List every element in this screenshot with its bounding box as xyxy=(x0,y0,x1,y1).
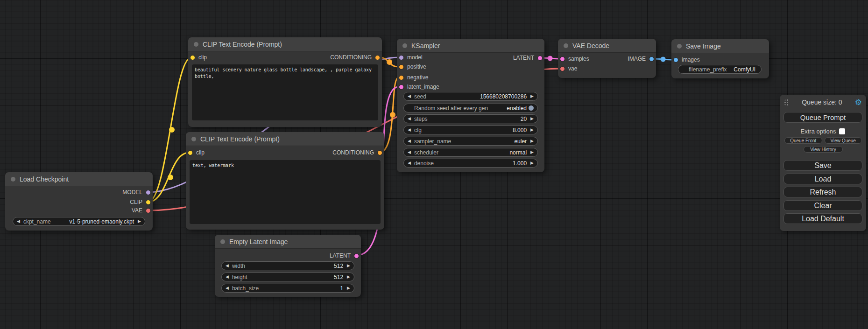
load-button[interactable]: Load xyxy=(783,174,862,184)
decrement-arrow-icon[interactable]: ◀ xyxy=(226,286,229,290)
port-dot-vae[interactable] xyxy=(146,208,151,213)
output-port-latent[interactable]: LATENT xyxy=(513,53,543,63)
input-port-images[interactable]: images xyxy=(673,55,700,64)
node-title-bar[interactable]: Load Checkpoint xyxy=(5,172,153,186)
decrement-arrow-icon[interactable]: ◀ xyxy=(408,150,411,154)
queue-control-panel[interactable]: Queue size: 0 ⚙ Queue Prompt Extra optio… xyxy=(780,95,866,231)
port-dot-latent[interactable] xyxy=(560,56,565,62)
toggle-knob-icon[interactable] xyxy=(529,105,534,111)
port-dot-latent[interactable] xyxy=(354,253,359,259)
output-port-image[interactable]: IMAGE xyxy=(628,54,654,63)
input-port-latent-image[interactable]: latent_image xyxy=(399,82,439,91)
widget-steps[interactable]: ◀ steps 20 ▶ xyxy=(403,114,538,123)
node-title-bar[interactable]: VAE Decode xyxy=(558,39,656,53)
node-title-bar[interactable]: CLIP Text Encode (Prompt) xyxy=(186,132,384,146)
port-dot-clip[interactable] xyxy=(190,55,195,60)
view-history-button[interactable]: View History xyxy=(804,146,843,153)
widget-denoise[interactable]: ◀ denoise 1.000 ▶ xyxy=(403,159,538,168)
decrement-arrow-icon[interactable]: ◀ xyxy=(226,275,229,279)
port-dot-conditioning[interactable] xyxy=(399,64,404,70)
view-queue-button[interactable]: View Queue xyxy=(825,137,862,144)
widget-scheduler[interactable]: ◀ scheduler normal ▶ xyxy=(403,148,538,157)
node-empty-latent-image[interactable]: Empty Latent Image LATENT ◀ width 512 ▶ … xyxy=(215,235,361,297)
decrement-arrow-icon[interactable]: ◀ xyxy=(408,117,411,121)
collapse-dot-icon[interactable] xyxy=(677,44,682,49)
widget-cfg[interactable]: ◀ cfg 8.000 ▶ xyxy=(403,126,538,134)
increment-arrow-icon[interactable]: ▶ xyxy=(530,150,534,154)
output-port-latent[interactable]: LATENT xyxy=(330,251,359,260)
increment-arrow-icon[interactable]: ▶ xyxy=(138,219,141,224)
prompt-textarea[interactable]: beautiful scenery nature glass bottle la… xyxy=(192,64,378,120)
port-dot-vae[interactable] xyxy=(560,66,565,71)
node-clip-text-encode-negative[interactable]: CLIP Text Encode (Prompt) clip CONDITION… xyxy=(186,132,384,230)
increment-arrow-icon[interactable]: ▶ xyxy=(530,128,534,132)
node-title-bar[interactable]: Save Image xyxy=(671,39,769,53)
output-port-conditioning[interactable]: CONDITIONING xyxy=(332,148,382,157)
port-dot-image[interactable] xyxy=(649,56,654,62)
widget-filename-prefix[interactable]: filename_prefix ComfyUI xyxy=(678,65,762,74)
increment-arrow-icon[interactable]: ▶ xyxy=(347,275,350,279)
node-vae-decode[interactable]: VAE Decode samples vae IMAGE xyxy=(558,39,656,78)
collapse-dot-icon[interactable] xyxy=(402,43,407,48)
output-port-model[interactable]: MODEL xyxy=(122,188,151,197)
decrement-arrow-icon[interactable]: ◀ xyxy=(17,219,20,224)
node-title-bar[interactable]: CLIP Text Encode (Prompt) xyxy=(188,37,382,51)
node-load-checkpoint[interactable]: Load Checkpoint MODEL CLIP VAE ◀ ckpt_na… xyxy=(5,172,153,231)
port-dot-model[interactable] xyxy=(399,55,404,60)
widget-random-seed-toggle[interactable]: Random seed after every gen enabled xyxy=(403,104,538,112)
widget-seed[interactable]: ◀ seed 156680208700286 ▶ xyxy=(403,92,538,101)
collapse-dot-icon[interactable] xyxy=(194,42,198,47)
node-save-image[interactable]: Save Image images filename_prefix ComfyU… xyxy=(671,39,769,78)
port-dot-latent[interactable] xyxy=(537,56,543,61)
load-default-button[interactable]: Load Default xyxy=(783,213,862,224)
increment-arrow-icon[interactable]: ▶ xyxy=(530,161,534,165)
node-ksampler[interactable]: KSampler model positive negative latent_… xyxy=(397,39,544,172)
input-port-positive[interactable]: positive xyxy=(399,62,426,71)
decrement-arrow-icon[interactable]: ◀ xyxy=(408,161,411,165)
input-port-vae[interactable]: vae xyxy=(560,64,577,73)
increment-arrow-icon[interactable]: ▶ xyxy=(347,286,350,290)
increment-arrow-icon[interactable]: ▶ xyxy=(530,139,534,143)
decrement-arrow-icon[interactable]: ◀ xyxy=(226,264,229,268)
increment-arrow-icon[interactable]: ▶ xyxy=(347,264,350,268)
port-dot-clip[interactable] xyxy=(146,200,151,205)
queue-front-button[interactable]: Queue Front xyxy=(784,137,822,144)
port-dot-conditioning[interactable] xyxy=(399,75,404,80)
node-title-bar[interactable]: Empty Latent Image xyxy=(215,235,361,249)
clear-button[interactable]: Clear xyxy=(783,200,862,211)
input-port-negative[interactable]: negative xyxy=(399,73,428,82)
widget-width[interactable]: ◀ width 512 ▶ xyxy=(221,261,354,270)
collapse-dot-icon[interactable] xyxy=(191,137,196,141)
output-port-conditioning[interactable]: CONDITIONING xyxy=(330,53,380,62)
decrement-arrow-icon[interactable]: ◀ xyxy=(408,128,411,132)
save-button[interactable]: Save xyxy=(783,160,862,171)
input-port-clip[interactable]: clip xyxy=(188,148,205,157)
widget-height[interactable]: ◀ height 512 ▶ xyxy=(221,273,354,281)
node-clip-text-encode-positive[interactable]: CLIP Text Encode (Prompt) clip CONDITION… xyxy=(188,37,382,127)
increment-arrow-icon[interactable]: ▶ xyxy=(530,94,534,98)
widget-batch-size[interactable]: ◀ batch_size 1 ▶ xyxy=(221,284,354,293)
input-port-clip[interactable]: clip xyxy=(190,53,207,62)
port-dot-conditioning[interactable] xyxy=(377,150,382,155)
extra-options-checkbox[interactable] xyxy=(839,128,845,134)
drag-handle-icon[interactable] xyxy=(784,99,789,106)
input-port-model[interactable]: model xyxy=(399,53,423,62)
decrement-arrow-icon[interactable]: ◀ xyxy=(408,139,411,143)
refresh-button[interactable]: Refresh xyxy=(783,187,862,197)
collapse-dot-icon[interactable] xyxy=(564,43,568,48)
node-title-bar[interactable]: KSampler xyxy=(397,39,544,53)
settings-gear-icon[interactable]: ⚙ xyxy=(855,98,862,106)
widget-ckpt-name[interactable]: ◀ ckpt_name v1-5-pruned-emaonly.ckpt ▶ xyxy=(13,217,145,226)
port-dot-conditioning[interactable] xyxy=(375,55,380,60)
port-dot-model[interactable] xyxy=(146,190,151,195)
collapse-dot-icon[interactable] xyxy=(220,239,225,244)
port-dot-clip[interactable] xyxy=(188,150,193,155)
node-graph-canvas[interactable]: Load Checkpoint MODEL CLIP VAE ◀ ckpt_na… xyxy=(0,0,868,329)
input-port-samples[interactable]: samples xyxy=(560,54,589,63)
increment-arrow-icon[interactable]: ▶ xyxy=(530,117,534,121)
decrement-arrow-icon[interactable]: ◀ xyxy=(408,94,411,98)
output-port-vae[interactable]: VAE xyxy=(132,206,151,215)
port-dot-latent[interactable] xyxy=(399,84,404,90)
output-port-clip[interactable]: CLIP xyxy=(130,197,151,207)
widget-sampler-name[interactable]: ◀ sampler_name euler ▶ xyxy=(403,137,538,146)
